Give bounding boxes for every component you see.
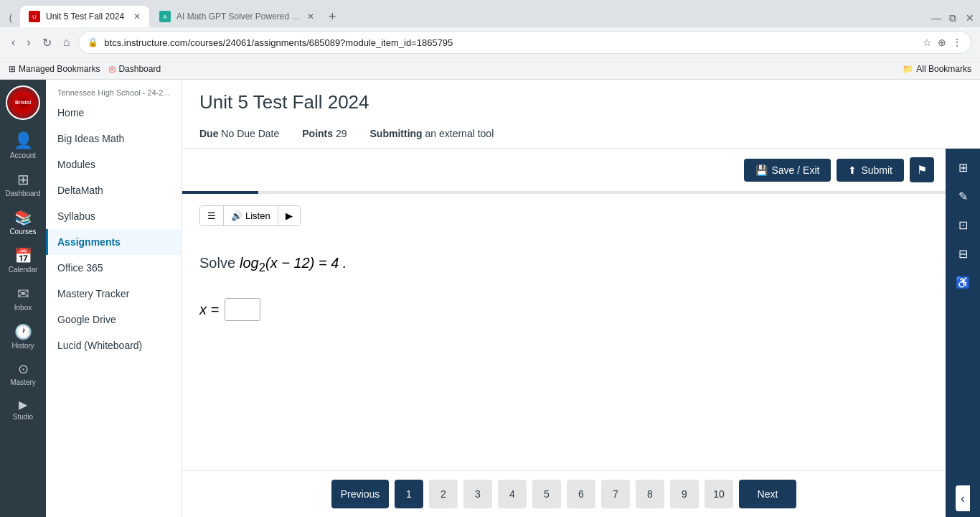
sidebar-item-calendar[interactable]: 📅 Calendar	[0, 241, 46, 279]
flag-button[interactable]: ⚑	[910, 157, 934, 182]
nav-item-deltamath[interactable]: DeltaMath	[46, 177, 182, 203]
menu-icon[interactable]: ⋮	[952, 37, 962, 48]
bookmarks-bar: ⊞ Managed Bookmarks ◎ Dashboard 📁 All Bo…	[0, 57, 980, 79]
sidebar-label-studio: Studio	[13, 413, 33, 421]
page-btn-10[interactable]: 10	[705, 480, 733, 508]
nav-item-assignments[interactable]: Assignments	[46, 229, 182, 255]
due-meta: Due No Due Date	[199, 128, 279, 139]
next-button[interactable]: Next	[739, 480, 796, 508]
math-expression: log2(x − 12) = 4 .	[240, 255, 347, 275]
extension-icon[interactable]: ⊕	[938, 37, 946, 48]
answer-input[interactable]	[225, 298, 260, 321]
home-btn[interactable]: ⌂	[60, 33, 73, 52]
play-button[interactable]: ▶	[278, 206, 300, 225]
listen-label: Listen	[245, 210, 270, 221]
school-name: Tennessee High School - 24-2...	[46, 80, 182, 100]
page-btn-8[interactable]: 8	[636, 480, 664, 508]
nav-item-office365[interactable]: Office 365	[46, 255, 182, 281]
new-tab-button[interactable]: +	[323, 9, 342, 24]
url-actions: ☆ ⊕ ⋮	[923, 37, 962, 48]
studio-icon: ▶	[19, 398, 27, 411]
nav-item-googledrive[interactable]: Google Drive	[46, 307, 182, 332]
save-exit-button[interactable]: 💾 Save / Exit	[744, 159, 831, 182]
tab-favicon-2: A	[159, 11, 171, 22]
courses-icon: 📚	[14, 209, 32, 226]
page-btn-2[interactable]: 2	[429, 480, 458, 508]
back-btn[interactable]: ‹	[9, 33, 18, 52]
tab-close-2[interactable]: ✕	[307, 11, 314, 22]
sidebar-item-inbox[interactable]: ✉ Inbox	[0, 279, 46, 317]
forward-btn[interactable]: ›	[24, 33, 33, 52]
page-btn-4[interactable]: 4	[498, 480, 527, 508]
tab-unit5[interactable]: U Unit 5 Test Fall 2024 ✕	[20, 6, 149, 27]
tab-title-2: AI Math GPT Solver Powered b...	[176, 11, 301, 22]
question-area: ☰ 🔊 Listen ▶ Solv	[182, 194, 946, 470]
page-btn-3[interactable]: 3	[463, 480, 492, 508]
page-btn-5[interactable]: 5	[532, 480, 561, 508]
listen-button[interactable]: 🔊 Listen	[224, 206, 278, 225]
page-btn-9[interactable]: 9	[670, 480, 699, 508]
reload-btn[interactable]: ↻	[39, 33, 55, 52]
sidebar-item-studio[interactable]: ▶ Studio	[0, 392, 46, 427]
nav-item-mastery[interactable]: Mastery Tracker	[46, 281, 182, 307]
sidebar-label-courses: Courses	[9, 228, 36, 236]
previous-button[interactable]: Previous	[331, 480, 389, 508]
app: Bristol 👤 Account ⊞ Dashboard 📚 Courses …	[0, 80, 980, 517]
page-btn-6[interactable]: 6	[567, 480, 595, 508]
toolbar-row: 💾 Save / Exit ⬆ Submit ⚑	[182, 149, 946, 191]
pencil-tool-btn[interactable]: ✎	[950, 183, 976, 209]
timer-tool-btn[interactable]: ⊟	[950, 241, 976, 266]
main-content: Unit 5 Test Fall 2024 Due No Due Date Po…	[182, 80, 980, 517]
close-window-btn[interactable]: ✕	[966, 12, 974, 21]
calendar-icon: 📅	[14, 247, 32, 264]
inbox-icon: ✉	[17, 285, 29, 302]
collapse-panel-btn[interactable]: ‹	[956, 485, 970, 511]
minimize-btn[interactable]: —	[931, 12, 940, 21]
ruler-tool-btn[interactable]: ⊡	[950, 212, 976, 238]
address-bar: ‹ › ↻ ⌂ 🔒 btcs.instructure.com/courses/2…	[0, 27, 980, 57]
calculator-tool-btn[interactable]: ⊞	[950, 154, 976, 180]
sidebar-item-courses[interactable]: 📚 Courses	[0, 203, 46, 241]
nav-item-home[interactable]: Home	[46, 100, 182, 126]
sidebar-label-dashboard: Dashboard	[6, 190, 41, 197]
sidebar-item-dashboard[interactable]: ⊞ Dashboard	[0, 165, 46, 203]
account-icon: 👤	[14, 131, 33, 150]
nav-item-syllabus[interactable]: Syllabus	[46, 203, 182, 229]
all-bookmarks[interactable]: 📁 All Bookmarks	[903, 64, 971, 74]
mastery-icon: ⊙	[18, 361, 29, 377]
star-icon[interactable]: ☆	[923, 37, 932, 48]
restore-btn[interactable]: ⧉	[948, 12, 957, 21]
url-box[interactable]: 🔒 btcs.instructure.com/courses/24061/ass…	[78, 31, 971, 54]
menu-listen-btn[interactable]: ☰	[200, 206, 224, 225]
submit-icon: ⬆	[848, 164, 857, 176]
sidebar-item-account[interactable]: 👤 Account	[0, 126, 46, 165]
accessibility-icon: ♿	[956, 276, 970, 289]
page-btn-7[interactable]: 7	[601, 480, 630, 508]
accessibility-tool-btn[interactable]: ♿	[950, 269, 976, 295]
tab-back-btn[interactable]: ⟨	[6, 12, 14, 21]
sidebar-label-calendar: Calendar	[9, 266, 38, 274]
tab-aimath[interactable]: A AI Math GPT Solver Powered b... ✕	[151, 6, 323, 27]
dashboard-bookmark[interactable]: ◎ Dashboard	[108, 64, 161, 74]
dashboard-bookmark-label: Dashboard	[118, 64, 161, 74]
speaker-icon: 🔊	[231, 210, 242, 221]
sidebar-item-mastery[interactable]: ⊙ Mastery	[0, 355, 46, 392]
nav-item-bigideas[interactable]: Big Ideas Math	[46, 126, 182, 152]
answer-row: x =	[199, 298, 928, 321]
school-logo: Bristol	[6, 85, 40, 120]
timer-icon: ⊟	[958, 247, 968, 261]
managed-bookmarks[interactable]: ⊞ Managed Bookmarks	[9, 64, 100, 74]
tab-close-1[interactable]: ✕	[133, 11, 141, 22]
nav-item-modules[interactable]: Modules	[46, 152, 182, 177]
content-header: Unit 5 Test Fall 2024 Due No Due Date Po…	[182, 80, 980, 149]
sidebar-item-history[interactable]: 🕐 History	[0, 317, 46, 355]
submit-button[interactable]: ⬆ Submit	[837, 159, 904, 182]
submitting-meta: Submitting an external tool	[370, 128, 494, 139]
page-btn-1[interactable]: 1	[395, 480, 423, 508]
due-label: Due	[199, 128, 218, 139]
nav-item-lucid[interactable]: Lucid (Whiteboard)	[46, 332, 182, 358]
points-label: Points	[302, 128, 333, 139]
sidebar-label-mastery: Mastery	[10, 378, 36, 386]
sidebar-label-inbox: Inbox	[14, 304, 32, 312]
math-problem: Solve log2(x − 12) = 4 .	[199, 255, 928, 275]
